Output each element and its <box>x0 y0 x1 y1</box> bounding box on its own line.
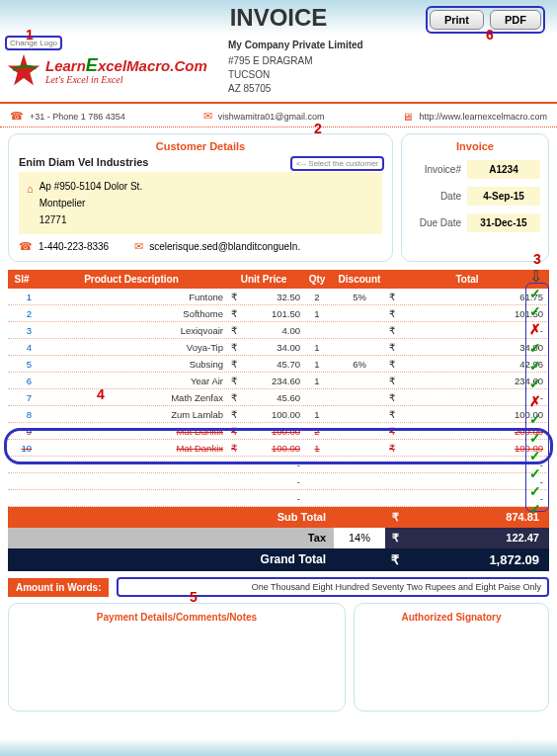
check-icon: ✓ <box>529 286 541 302</box>
annotation-6: 6 <box>486 27 494 42</box>
annotation-2: 2 <box>314 121 322 136</box>
customer-panel: Customer Details <-- Select the customer… <box>8 133 393 262</box>
company-name: My Company Private Limited <box>228 39 363 52</box>
check-icon: ✓ <box>529 376 541 392</box>
bottom-gradient <box>0 738 557 756</box>
table-row: 9Mat Dankix₹100.002₹200.00 <box>8 423 549 440</box>
home-icon: ⌂ <box>27 180 34 228</box>
table-row: 2Softhome₹101.501₹101.50 <box>8 305 549 322</box>
grandtotal-row: Grand Total ₹1,872.09 <box>8 548 549 571</box>
phone-text: +31 - Phone 1 786 4354 <box>30 112 125 122</box>
invoice-panel: Invoice Invoice#A1234 Date4-Sep-15 Due D… <box>401 133 549 262</box>
table-row: 5Subsing₹45.7016%₹42.96 <box>8 356 549 373</box>
check-icon: ✓ <box>529 303 541 320</box>
check-icon: ✓ <box>529 465 541 482</box>
table-header: Sl# Product Description Unit Price Qty D… <box>8 270 549 289</box>
payment-panel: Payment Details/Comments/Notes <box>8 603 346 712</box>
select-customer-button[interactable]: <-- Select the customer <box>290 156 384 171</box>
arrow-down-icon: ⇩ <box>529 267 542 286</box>
table-row: -- <box>8 473 549 490</box>
subtotal-row: Sub Total ₹874.81 <box>8 507 549 528</box>
invoice-num: A1234 <box>467 160 540 179</box>
email-text: vishwamitra01@gmail.com <box>218 112 325 122</box>
check-icon: ✓ <box>529 501 541 518</box>
invoice-date-label: Date <box>410 191 467 202</box>
invoice-due: 31-Dec-15 <box>467 213 540 232</box>
company-info: My Company Private Limited #795 E DRAGRA… <box>228 39 363 96</box>
annotation-1: 1 <box>26 27 34 42</box>
annotation-3: 3 <box>533 251 541 267</box>
divider <box>0 102 557 104</box>
check-icon: ✓ <box>529 358 541 375</box>
print-button[interactable]: Print <box>430 10 484 30</box>
change-logo-button[interactable]: Change Logo <box>5 36 62 50</box>
cross-icon: ✗ <box>529 393 541 410</box>
check-icon: ✓ <box>529 483 541 500</box>
table-row: 1Funtone₹32.5025%₹61.75 <box>8 289 549 305</box>
invoice-title: INVOICE <box>230 4 328 32</box>
check-icon: ✓ <box>529 430 541 447</box>
customer-address: Ap #950-5104 Dolor St. Montpelier 12771 <box>40 178 143 228</box>
table-row: 7Math Zenfax₹45.60₹- <box>8 389 549 406</box>
contact-bar: ☎ +31 - Phone 1 786 4354 ✉ vishwamitra01… <box>0 110 557 127</box>
pdf-button[interactable]: PDF <box>490 10 541 30</box>
table-row: 3Lexiqvoair₹4.00₹- <box>8 322 549 339</box>
table-row: -- <box>8 490 549 507</box>
annotation-4: 4 <box>97 386 105 402</box>
table-row: 10Mat Dankix₹100.001₹100.00 <box>8 440 549 457</box>
email-icon: ✉ <box>203 110 212 123</box>
table-row: 4Voya-Tip₹34.001₹34.00 <box>8 339 549 356</box>
table-body: 1Funtone₹32.5025%₹61.752Softhome₹101.501… <box>8 289 549 507</box>
annotation-5: 5 <box>190 589 198 605</box>
web-icon: 🖥 <box>402 111 413 123</box>
logo: LearnExcelMacro.Com Let's Excel in Excel <box>6 52 228 88</box>
invoice-panel-title: Invoice <box>410 140 540 152</box>
logo-text-1: LearnExcelMacro.Com <box>45 55 207 76</box>
customer-title: Customer Details <box>19 140 382 152</box>
table-row: 6Year Air₹234.601₹234.60 <box>8 373 549 389</box>
tax-row: Tax14% ₹122.47 <box>8 528 549 548</box>
table-row: -- <box>8 457 549 473</box>
check-icon: ✓ <box>529 448 541 464</box>
check-column: ✓✓✗✓✓✓✗✓✓✓✓✓✓ <box>529 286 541 519</box>
email-icon: ✉ <box>134 240 143 253</box>
phone-icon: ☎ <box>10 110 24 123</box>
phone-icon: ☎ <box>19 240 33 253</box>
amount-words-label: Amount in Words: <box>8 578 109 597</box>
invoice-date: 4-Sep-15 <box>467 187 540 206</box>
signatory-panel: Authorized Signatory <box>354 603 549 712</box>
star-icon <box>6 52 41 88</box>
check-icon: ✓ <box>529 411 541 428</box>
customer-phone: 1-440-223-8336 <box>39 241 109 252</box>
invoice-due-label: Due Date <box>410 217 467 228</box>
web-text: http://www.learnexcelmacro.com <box>419 112 547 122</box>
customer-email: scelerisque.sed@blanditcongueIn. <box>149 241 300 252</box>
cross-icon: ✗ <box>529 321 541 338</box>
table-row: 8Zum Lamlab₹100.001₹100.00 <box>8 406 549 423</box>
amount-words: One Thousand Eight Hundred Seventy Two R… <box>117 577 549 597</box>
invoice-num-label: Invoice# <box>410 164 467 175</box>
check-icon: ✓ <box>529 340 541 357</box>
